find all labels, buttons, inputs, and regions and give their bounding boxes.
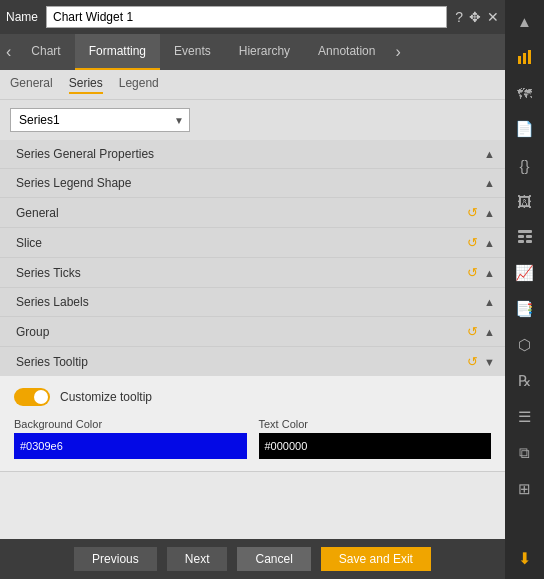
widget-name-input[interactable] xyxy=(46,6,447,28)
sidebar-file-copy-icon[interactable]: 📑 xyxy=(507,292,543,326)
chevron-down-icon: ▼ xyxy=(484,356,495,368)
tab-prev-btn[interactable]: ‹ xyxy=(0,34,17,70)
accordion-slice-label: Slice xyxy=(16,236,42,250)
sidebar-arrow-up-icon[interactable]: ▲ xyxy=(507,4,543,38)
refresh-icon[interactable]: ↺ xyxy=(467,235,478,250)
accordion-series-general-header[interactable]: Series General Properties ▲ xyxy=(0,140,505,168)
sidebar-line-chart-icon[interactable]: 📈 xyxy=(507,256,543,290)
accordion-group: Group ↺ ▲ xyxy=(0,317,505,347)
cancel-button[interactable]: Cancel xyxy=(237,547,310,571)
right-sidebar: ▲ 🗺 📄 {} 🖼 📈 📑 ⬡ ℞ ☰ ⧉ ⊞ ⬇ xyxy=(505,0,544,579)
subtab-legend[interactable]: Legend xyxy=(119,76,159,94)
accordion-series-ticks-icons: ↺ ▲ xyxy=(467,265,495,280)
text-color-field: Text Color #000000 xyxy=(259,418,492,459)
subtab-general[interactable]: General xyxy=(10,76,53,94)
accordion-legend-shape-header[interactable]: Series Legend Shape ▲ xyxy=(0,169,505,197)
sidebar-map-icon[interactable]: 🗺 xyxy=(507,76,543,110)
title-bar: Name ? ✥ ✕ xyxy=(0,0,505,34)
sidebar-image-icon[interactable]: 🖼 xyxy=(507,184,543,218)
accordion-slice-icons: ↺ ▲ xyxy=(467,235,495,250)
accordion-series-labels: Series Labels ▲ xyxy=(0,288,505,317)
accordion-series-general: Series General Properties ▲ xyxy=(0,140,505,169)
sidebar-download-icon[interactable]: ⬇ xyxy=(507,541,543,575)
main-panel: Name ? ✥ ✕ ‹ Chart Formatting Events Hie… xyxy=(0,0,505,579)
tab-bar: ‹ Chart Formatting Events Hierarchy Anno… xyxy=(0,34,505,70)
accordion-general-label: General xyxy=(16,206,59,220)
accordion-series-tooltip-label: Series Tooltip xyxy=(16,355,88,369)
sidebar-chart-icon[interactable] xyxy=(507,40,543,74)
accordion-series-general-icons: ▲ xyxy=(484,148,495,160)
accordion-legend-shape: Series Legend Shape ▲ xyxy=(0,169,505,198)
sidebar-table-icon[interactable] xyxy=(507,220,543,254)
tab-events[interactable]: Events xyxy=(160,34,225,70)
tooltip-expanded: Customize tooltip Background Color #0309… xyxy=(0,376,505,471)
accordion-series-tooltip-header[interactable]: Series Tooltip ↺ ▼ xyxy=(0,347,505,376)
series-select-wrap: Series1 Series2 ▼ xyxy=(0,100,505,140)
previous-button[interactable]: Previous xyxy=(74,547,157,571)
subtab-series[interactable]: Series xyxy=(69,76,103,94)
name-label: Name xyxy=(6,10,38,24)
tab-chart[interactable]: Chart xyxy=(17,34,74,70)
tab-formatting[interactable]: Formatting xyxy=(75,34,160,70)
text-color-swatch[interactable]: #000000 xyxy=(259,433,492,459)
accordion-series-ticks-label: Series Ticks xyxy=(16,266,81,280)
accordion-series-ticks-header[interactable]: Series Ticks ↺ ▲ xyxy=(0,258,505,287)
sidebar-nodes-icon[interactable]: ⬡ xyxy=(507,328,543,362)
refresh-icon[interactable]: ↺ xyxy=(467,265,478,280)
accordion-legend-shape-icons: ▲ xyxy=(484,177,495,189)
sub-tab-bar: General Series Legend xyxy=(0,70,505,100)
chevron-up-icon: ▲ xyxy=(484,177,495,189)
close-icon[interactable]: ✕ xyxy=(487,10,499,24)
color-row: Background Color #0309e6 Text Color #000… xyxy=(14,418,491,459)
svg-rect-7 xyxy=(526,240,532,243)
svg-rect-1 xyxy=(523,53,526,64)
accordion-group-header[interactable]: Group ↺ ▲ xyxy=(0,317,505,346)
toggle-slider xyxy=(14,388,50,406)
sidebar-code-icon[interactable]: {} xyxy=(507,148,543,182)
refresh-icon[interactable]: ↺ xyxy=(467,354,478,369)
accordion-series-labels-header[interactable]: Series Labels ▲ xyxy=(0,288,505,316)
accordion-slice-header[interactable]: Slice ↺ ▲ xyxy=(0,228,505,257)
tab-hierarchy[interactable]: Hierarchy xyxy=(225,34,304,70)
help-icon[interactable]: ? xyxy=(455,10,463,24)
bg-color-value: #0309e6 xyxy=(20,440,63,452)
svg-rect-2 xyxy=(528,50,531,64)
footer: Previous Next Cancel Save and Exit xyxy=(0,539,505,579)
chevron-up-icon: ▲ xyxy=(484,296,495,308)
tooltip-toggle-row: Customize tooltip xyxy=(14,388,491,406)
text-color-value: #000000 xyxy=(265,440,308,452)
next-button[interactable]: Next xyxy=(167,547,228,571)
refresh-icon[interactable]: ↺ xyxy=(467,205,478,220)
accordion-list: Series General Properties ▲ Series Legen… xyxy=(0,140,505,539)
series-select[interactable]: Series1 Series2 xyxy=(10,108,190,132)
title-icons: ? ✥ ✕ xyxy=(455,10,499,24)
tab-next-btn[interactable]: › xyxy=(389,34,406,70)
tab-annotation[interactable]: Annotation xyxy=(304,34,389,70)
accordion-series-labels-icons: ▲ xyxy=(484,296,495,308)
sidebar-list-icon[interactable]: ☰ xyxy=(507,400,543,434)
svg-rect-4 xyxy=(518,235,524,238)
bg-color-field: Background Color #0309e6 xyxy=(14,418,247,459)
chevron-up-icon: ▲ xyxy=(484,237,495,249)
sidebar-grid-icon[interactable]: ⊞ xyxy=(507,472,543,506)
refresh-icon[interactable]: ↺ xyxy=(467,324,478,339)
chevron-up-icon: ▲ xyxy=(484,326,495,338)
accordion-series-general-label: Series General Properties xyxy=(16,147,154,161)
bg-color-swatch[interactable]: #0309e6 xyxy=(14,433,247,459)
svg-rect-3 xyxy=(518,230,532,233)
series-select-container: Series1 Series2 ▼ xyxy=(10,108,190,132)
text-color-label: Text Color xyxy=(259,418,492,430)
svg-rect-5 xyxy=(526,235,532,238)
svg-rect-6 xyxy=(518,240,524,243)
accordion-series-tooltip-icons: ↺ ▼ xyxy=(467,354,495,369)
save-exit-button[interactable]: Save and Exit xyxy=(321,547,431,571)
sidebar-rx-icon[interactable]: ℞ xyxy=(507,364,543,398)
sidebar-document-icon[interactable]: 📄 xyxy=(507,112,543,146)
move-icon[interactable]: ✥ xyxy=(469,10,481,24)
accordion-general-icons: ↺ ▲ xyxy=(467,205,495,220)
customize-tooltip-toggle[interactable] xyxy=(14,388,50,406)
bg-color-label: Background Color xyxy=(14,418,247,430)
accordion-general-header[interactable]: General ↺ ▲ xyxy=(0,198,505,227)
sidebar-layers-icon[interactable]: ⧉ xyxy=(507,436,543,470)
accordion-group-label: Group xyxy=(16,325,49,339)
